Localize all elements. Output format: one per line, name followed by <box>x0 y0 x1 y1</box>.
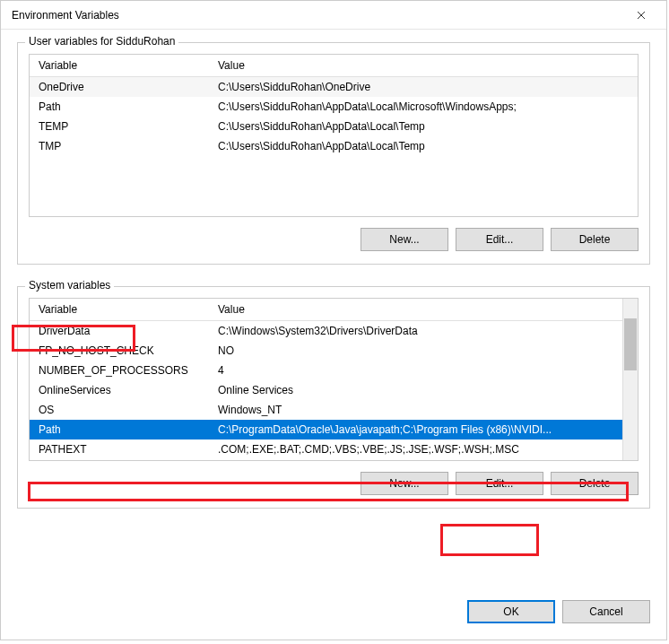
user-vars-buttons: New... Edit... Delete <box>29 228 639 251</box>
close-button[interactable] <box>623 3 659 28</box>
ok-button[interactable]: OK <box>467 600 555 623</box>
dialog-title: Environment Variables <box>12 9 119 22</box>
table-row[interactable]: NUMBER_OF_PROCESSORS4 <box>30 361 622 380</box>
table-row-selected[interactable]: PathC:\ProgramData\Oracle\Java\javapath;… <box>30 420 622 439</box>
cancel-button[interactable]: Cancel <box>562 600 650 623</box>
system-new-button[interactable]: New... <box>361 472 448 495</box>
col-variable[interactable]: Variable <box>30 55 209 77</box>
col-value[interactable]: Value <box>209 55 638 77</box>
table-row[interactable]: PATHEXT.COM;.EXE;.BAT;.CMD;.VBS;.VBE;.JS… <box>30 439 622 459</box>
user-new-button[interactable]: New... <box>361 228 448 251</box>
dialog-buttons: OK Cancel <box>467 600 650 623</box>
table-row[interactable]: TMPC:\Users\SidduRohan\AppData\Local\Tem… <box>30 136 638 156</box>
user-vars-legend: User variables for SidduRohan <box>25 35 178 48</box>
table-row[interactable]: PathC:\Users\SidduRohan\AppData\Local\Mi… <box>30 97 638 117</box>
user-vars-table: Variable Value OneDriveC:\Users\SidduRoh… <box>30 55 638 156</box>
col-variable[interactable]: Variable <box>30 299 209 321</box>
system-vars-group: System variables Variable Value DriverDa… <box>17 286 650 509</box>
system-delete-button[interactable]: Delete <box>551 472 639 495</box>
user-vars-table-wrap: Variable Value OneDriveC:\Users\SidduRoh… <box>29 54 639 217</box>
system-vars-legend: System variables <box>25 279 114 292</box>
user-edit-button[interactable]: Edit... <box>456 228 543 251</box>
titlebar: Environment Variables <box>1 1 666 30</box>
system-vars-table: Variable Value DriverDataC:\Windows\Syst… <box>30 299 622 459</box>
table-row[interactable]: OnlineServicesOnline Services <box>30 380 622 400</box>
close-icon <box>637 11 646 20</box>
system-vars-table-wrap: Variable Value DriverDataC:\Windows\Syst… <box>29 298 639 461</box>
system-vars-buttons: New... Edit... Delete <box>29 472 639 495</box>
table-row[interactable]: OSWindows_NT <box>30 400 622 420</box>
system-vars-scrollbar[interactable] <box>622 299 638 460</box>
table-row[interactable]: DriverDataC:\Windows\System32\Drivers\Dr… <box>30 321 622 342</box>
table-row[interactable]: TEMPC:\Users\SidduRohan\AppData\Local\Te… <box>30 117 638 136</box>
user-vars-group: User variables for SidduRohan Variable V… <box>17 42 650 265</box>
col-value[interactable]: Value <box>209 299 622 321</box>
env-vars-dialog: Environment Variables User variables for… <box>0 0 667 640</box>
table-row[interactable]: OneDriveC:\Users\SidduRohan\OneDrive <box>30 77 638 98</box>
scroll-thumb[interactable] <box>624 318 637 370</box>
table-row[interactable]: FP_NO_HOST_CHECKNO <box>30 341 622 361</box>
dialog-content: User variables for SidduRohan Variable V… <box>1 30 666 546</box>
system-edit-button[interactable]: Edit... <box>456 472 543 495</box>
user-delete-button[interactable]: Delete <box>551 228 639 251</box>
